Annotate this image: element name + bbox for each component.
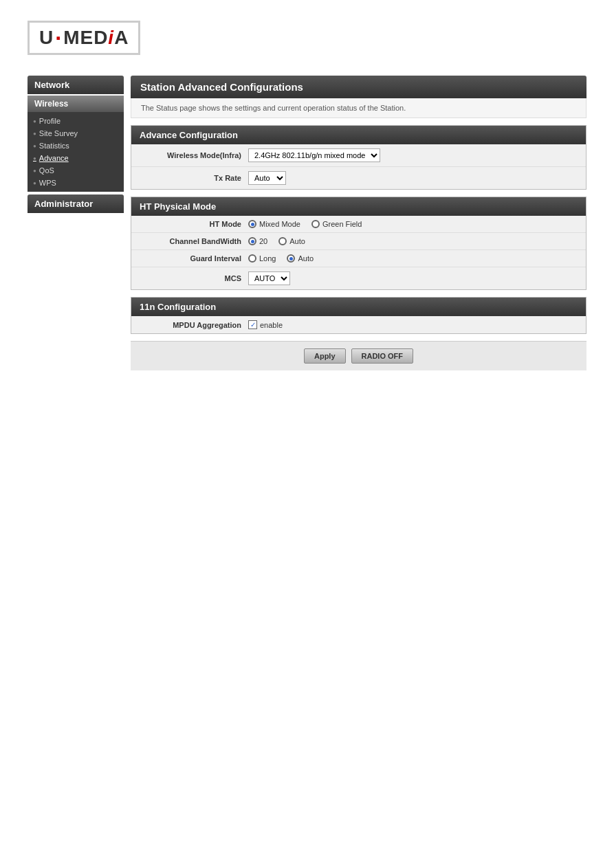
channel-bw-auto-radio[interactable] — [278, 237, 287, 245]
channel-bw-label: Channel BandWidth — [138, 237, 248, 245]
sidebar-item-label-statistics: Statistics — [39, 142, 69, 150]
ht-mode-green-label: Green Field — [322, 220, 362, 228]
ht-mode-radio-group: Mixed Mode Green Field — [248, 220, 362, 228]
11n-config-header: 11n Configuration — [131, 298, 586, 316]
guard-interval-auto-radio[interactable] — [287, 254, 295, 263]
sidebar-item-label-advance: Advance — [39, 154, 69, 162]
guard-interval-options: Long Auto — [248, 254, 314, 263]
apply-button[interactable]: Apply — [304, 348, 346, 364]
wireless-mode-select[interactable]: 2.4GHz 802.11b/g/n mixed mode 2.4GHz 802… — [248, 148, 380, 162]
page-description: The Status page shows the settings and c… — [131, 98, 586, 118]
sidebar-item-site-survey[interactable]: ● Site Survey — [28, 127, 124, 140]
sidebar-item-statistics[interactable]: ● Statistics — [28, 140, 124, 152]
wireless-mode-label: Wireless Mode(Infra) — [138, 151, 248, 159]
mpdu-value: ✓ enable — [248, 320, 283, 329]
bullet-advance: ● — [33, 155, 36, 162]
page-title: Station Advanced Configurations — [131, 76, 586, 98]
channel-bw-options: 20 Auto — [248, 237, 305, 245]
advance-config-section: Advance Configuration Wireless Mode(Infr… — [131, 125, 586, 190]
content-wrapper: Station Advanced Configurations The Stat… — [131, 76, 586, 370]
bullet-statistics: ● — [33, 143, 36, 149]
mpdu-checkbox[interactable]: ✓ — [248, 320, 257, 329]
tx-rate-label: Tx Rate — [138, 174, 248, 182]
mpdu-enable-label: enable — [260, 321, 283, 329]
tx-rate-select[interactable]: Auto 1M 2M 5.5M 11M — [248, 171, 286, 185]
ht-mode-mixed-option[interactable]: Mixed Mode — [248, 220, 300, 228]
content-area: Station Advanced Configurations The Stat… — [131, 76, 586, 370]
wireless-mode-value: 2.4GHz 802.11b/g/n mixed mode 2.4GHz 802… — [248, 148, 380, 162]
guard-interval-long-option[interactable]: Long — [248, 254, 276, 263]
mpdu-checkbox-option[interactable]: ✓ enable — [248, 320, 283, 329]
ht-physical-header: HT Physical Mode — [131, 197, 586, 216]
guard-interval-auto-label: Auto — [298, 254, 314, 263]
tx-rate-value: Auto 1M 2M 5.5M 11M — [248, 171, 286, 185]
sidebar-item-label-site-survey: Site Survey — [39, 129, 78, 137]
ht-mode-green-option[interactable]: Green Field — [311, 220, 362, 228]
sidebar-item-profile[interactable]: ● Profile — [28, 115, 124, 127]
sidebar-header-network: Network — [28, 76, 124, 94]
guard-interval-long-radio[interactable] — [248, 254, 256, 263]
sidebar-item-qos[interactable]: ● QoS — [28, 164, 124, 177]
ht-mode-options: Mixed Mode Green Field — [248, 220, 362, 228]
bullet-qos: ● — [33, 168, 36, 174]
logo-area: U·MEDiA — [0, 0, 614, 69]
ht-mode-label: HT Mode — [138, 220, 248, 228]
sidebar-item-label-qos: QoS — [39, 166, 54, 175]
11n-config-section: 11n Configuration MPDU Aggregation ✓ ena… — [131, 297, 586, 334]
tx-rate-row: Tx Rate Auto 1M 2M 5.5M 11M — [131, 167, 586, 189]
advance-config-body: Wireless Mode(Infra) 2.4GHz 802.11b/g/n … — [131, 144, 586, 189]
sidebar-item-label-profile: Profile — [39, 117, 61, 125]
mcs-select[interactable]: AUTO 0 1 2 3 4 5 6 7 — [248, 271, 290, 285]
bullet-wps: ● — [33, 180, 36, 186]
sidebar-subheader-wireless: Wireless — [28, 96, 124, 112]
mcs-value: AUTO 0 1 2 3 4 5 6 7 — [248, 271, 290, 285]
channel-bw-auto-option[interactable]: Auto — [278, 237, 305, 245]
sidebar-section-wireless: Wireless ● Profile ● Site Survey ● Stati… — [28, 96, 124, 192]
sidebar-section-admin: Administrator — [28, 194, 124, 213]
channel-bw-20-label: 20 — [259, 237, 267, 245]
sidebar-header-admin: Administrator — [28, 194, 124, 213]
ht-physical-body: HT Mode Mixed Mode Green Fiel — [131, 216, 586, 289]
ht-mode-row: HT Mode Mixed Mode Green Fiel — [131, 216, 586, 233]
guard-interval-label: Guard Interval — [138, 254, 248, 263]
channel-bw-20-option[interactable]: 20 — [248, 237, 267, 245]
sidebar-items-wireless: ● Profile ● Site Survey ● Statistics ● A… — [28, 112, 124, 192]
sidebar-item-advance[interactable]: ● Advance — [28, 152, 124, 164]
channel-bw-radio-group: 20 Auto — [248, 237, 305, 245]
ht-mode-green-radio[interactable] — [311, 220, 320, 228]
logo-text: U·MEDiA — [28, 21, 140, 55]
mcs-label: MCS — [138, 274, 248, 282]
advance-config-header: Advance Configuration — [131, 126, 586, 144]
mcs-row: MCS AUTO 0 1 2 3 4 5 6 — [131, 267, 586, 289]
sidebar-section-network: Network — [28, 76, 124, 94]
mpdu-row: MPDU Aggregation ✓ enable — [131, 316, 586, 333]
bullet-profile: ● — [33, 118, 36, 124]
guard-interval-long-label: Long — [259, 254, 276, 263]
ht-mode-mixed-label: Mixed Mode — [259, 220, 300, 228]
channel-bw-20-radio[interactable] — [248, 237, 256, 245]
guard-interval-radio-group: Long Auto — [248, 254, 314, 263]
logo: U·MEDiA — [28, 21, 140, 55]
bullet-site-survey: ● — [33, 131, 36, 137]
radio-off-button[interactable]: RADIO OFF — [351, 348, 414, 364]
11n-config-body: MPDU Aggregation ✓ enable — [131, 316, 586, 333]
mpdu-label: MPDU Aggregation — [138, 321, 248, 329]
main-layout: Network Wireless ● Profile ● Site Survey… — [0, 69, 614, 398]
guard-interval-auto-option[interactable]: Auto — [287, 254, 314, 263]
button-row: Apply RADIO OFF — [131, 341, 586, 370]
ht-physical-section: HT Physical Mode HT Mode Mixed Mode — [131, 197, 586, 290]
sidebar-item-label-wps: WPS — [39, 179, 56, 187]
sidebar: Network Wireless ● Profile ● Site Survey… — [28, 76, 124, 370]
channel-bw-row: Channel BandWidth 20 Auto — [131, 233, 586, 250]
guard-interval-row: Guard Interval Long Auto — [131, 250, 586, 267]
wireless-mode-row: Wireless Mode(Infra) 2.4GHz 802.11b/g/n … — [131, 144, 586, 167]
channel-bw-auto-label: Auto — [289, 237, 305, 245]
sidebar-item-wps[interactable]: ● WPS — [28, 177, 124, 189]
ht-mode-mixed-radio[interactable] — [248, 220, 256, 228]
